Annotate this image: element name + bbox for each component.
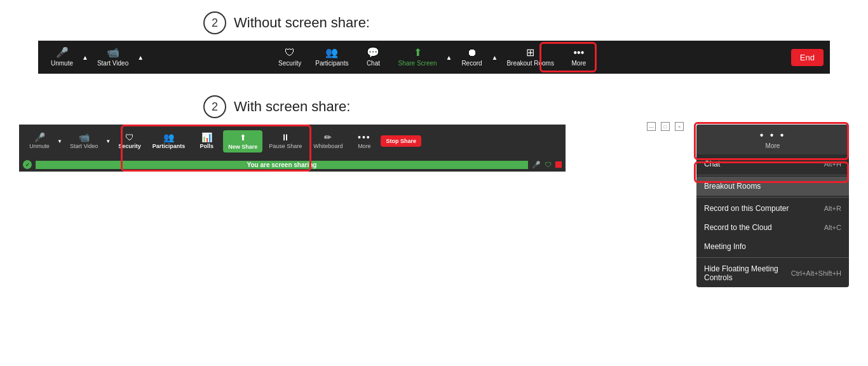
meeting-info-menu-item[interactable]: Meeting Info xyxy=(696,237,849,256)
section1-header: 2 Without screen share: xyxy=(0,0,868,41)
chat-icon: 💬 xyxy=(367,48,379,58)
start-video-share-btn[interactable]: 📹 Start Video xyxy=(65,131,103,151)
more-share-btn[interactable]: ••• More xyxy=(349,131,379,151)
participants-share-btn[interactable]: 👥 Participants xyxy=(147,131,191,151)
section1-badge: 2 xyxy=(203,11,226,34)
section2-header: 2 With screen share: xyxy=(0,86,868,125)
stop-indicator-icon xyxy=(555,161,562,168)
video-share-icon: 📹 xyxy=(79,133,90,142)
hide-controls-menu-item[interactable]: Hide Floating Meeting Controls Ctrl+Alt+… xyxy=(696,259,849,287)
polls-label: Polls xyxy=(200,143,214,149)
hide-controls-label: Hide Floating Meeting Controls xyxy=(704,264,791,282)
record-cloud-shortcut: Alt+C xyxy=(824,224,841,231)
video-icon: 📹 xyxy=(107,48,119,58)
restore-button[interactable]: □ xyxy=(661,122,670,131)
sharing-text: You are screen sharing xyxy=(36,161,528,169)
toolbar-right-group: End xyxy=(791,49,824,66)
unmute-button[interactable]: 🎤 Unmute xyxy=(44,45,79,69)
section2: 2 With screen share: — □ × 🎤 Unmute ▼ 📹 … xyxy=(0,86,868,172)
bottom-area: — □ × 🎤 Unmute ▼ 📹 Start Video ▼ 🛡 xyxy=(19,125,849,172)
share-caret[interactable]: ▲ xyxy=(445,54,454,61)
new-share-btn[interactable]: ⬆ New Share xyxy=(223,130,262,152)
participants-icon: 👥 xyxy=(325,48,338,58)
chat-menu-item[interactable]: Chat Alt+H xyxy=(696,154,849,173)
start-video-button[interactable]: 📹 Start Video xyxy=(91,45,135,69)
minimize-button[interactable]: — xyxy=(647,122,656,131)
participants-share-icon: 👥 xyxy=(163,133,174,142)
chat-label: Chat xyxy=(367,60,380,67)
more-dropdown-header: • • • More xyxy=(696,125,849,154)
toolbar-left-group: 🎤 Unmute ▲ 📹 Start Video ▲ xyxy=(44,45,145,69)
end-button[interactable]: End xyxy=(791,49,824,66)
record-computer-label: Record on this Computer xyxy=(704,204,789,213)
toolbar-top-wrapper: 🎤 Unmute ▲ 📹 Start Video ▲ 🛡 Security 👥 … xyxy=(19,41,849,74)
polls-icon: 📊 xyxy=(201,133,212,142)
toolbar-no-share: 🎤 Unmute ▲ 📹 Start Video ▲ 🛡 Security 👥 … xyxy=(38,41,830,74)
record-computer-shortcut: Alt+R xyxy=(824,205,841,212)
close-button[interactable]: × xyxy=(675,122,684,131)
hide-controls-shortcut: Ctrl+Alt+Shift+H xyxy=(791,269,841,277)
share-screen-icon: ⬆ xyxy=(414,48,422,58)
security-icon: 🛡 xyxy=(285,48,295,58)
breakout-icon: ⊞ xyxy=(526,48,534,58)
record-label: Record xyxy=(461,60,482,67)
security-share-label: Security xyxy=(118,143,141,149)
chat-button[interactable]: 💬 Chat xyxy=(356,45,390,69)
section1-title: Without screen share: xyxy=(234,15,370,31)
more-dropdown-label: More xyxy=(766,142,780,149)
start-video-label: Start Video xyxy=(97,60,128,67)
chat-menu-label: Chat xyxy=(704,159,720,168)
security-share-btn[interactable]: 🛡 Security xyxy=(113,131,146,151)
meeting-info-label: Meeting Info xyxy=(704,242,746,251)
record-icon: ⏺ xyxy=(467,48,477,58)
video-share-caret[interactable]: ▼ xyxy=(104,139,112,144)
whiteboard-btn[interactable]: ✏ Whiteboard xyxy=(308,131,348,151)
dropdown-divider-2 xyxy=(696,197,849,198)
polls-btn[interactable]: 📊 Polls xyxy=(191,131,222,151)
participants-button[interactable]: 👥 Participants xyxy=(309,45,355,69)
start-video-share-label: Start Video xyxy=(70,143,98,149)
chat-shortcut: Alt+H xyxy=(824,160,841,168)
participants-label: Participants xyxy=(315,60,348,67)
section2-title: With screen share: xyxy=(234,98,350,115)
breakout-highlight-box xyxy=(539,42,597,72)
more-dots: • • • xyxy=(760,130,786,141)
unmute-caret[interactable]: ▲ xyxy=(81,54,90,61)
unmute-btn-share[interactable]: 🎤 Unmute xyxy=(24,131,55,151)
window-controls: — □ × xyxy=(647,122,684,131)
share-screen-button[interactable]: ⬆ Share Screen xyxy=(391,45,443,69)
share-indicator-bar: ✓ You are screen sharing 🎤 🛡 xyxy=(19,158,566,172)
new-share-label: New Share xyxy=(228,144,257,150)
mic-share-icon: 🎤 xyxy=(532,161,541,169)
unmute-share-label: Unmute xyxy=(29,143,50,149)
record-computer-menu-item[interactable]: Record on this Computer Alt+R xyxy=(696,199,849,218)
dropdown-divider-1 xyxy=(696,175,849,175)
dropdown-divider-3 xyxy=(696,257,849,258)
stop-share-btn[interactable]: Stop Share xyxy=(381,135,421,147)
security-label: Security xyxy=(278,60,301,67)
participants-share-label: Participants xyxy=(153,143,186,149)
share-toolbar-wrapper: 🎤 Unmute ▼ 📹 Start Video ▼ 🛡 Security 👥 … xyxy=(19,125,566,172)
security-button[interactable]: 🛡 Security xyxy=(272,45,308,69)
unmute-label: Unmute xyxy=(51,60,73,67)
breakout-rooms-menu-item[interactable]: Breakout Rooms xyxy=(696,177,849,196)
whiteboard-label: Whiteboard xyxy=(313,143,342,149)
green-dot-icon: ✓ xyxy=(23,160,32,169)
record-button[interactable]: ⏺ Record xyxy=(455,45,489,69)
pause-share-btn[interactable]: ⏸ Pause Share xyxy=(264,131,307,151)
pause-share-label: Pause Share xyxy=(269,143,302,149)
breakout-rooms-menu-label: Breakout Rooms xyxy=(704,182,761,191)
unmute-share-caret[interactable]: ▼ xyxy=(56,139,64,144)
pause-icon: ⏸ xyxy=(281,133,290,142)
new-share-icon: ⬆ xyxy=(240,133,247,142)
share-screen-label: Share Screen xyxy=(398,60,437,67)
toolbar-with-share: 🎤 Unmute ▼ 📹 Start Video ▼ 🛡 Security 👥 … xyxy=(19,125,566,158)
record-caret[interactable]: ▲ xyxy=(491,54,499,61)
more-share-icon: ••• xyxy=(358,133,371,142)
record-cloud-menu-item[interactable]: Record to the Cloud Alt+C xyxy=(696,218,849,237)
whiteboard-icon: ✏ xyxy=(324,133,332,142)
security-share-icon: 🛡 xyxy=(125,133,134,142)
more-dropdown: • • • More Chat Alt+H Breakout Rooms Rec… xyxy=(696,125,849,287)
video-caret[interactable]: ▲ xyxy=(136,54,145,61)
mic-muted-share-icon: 🎤 xyxy=(34,133,45,142)
